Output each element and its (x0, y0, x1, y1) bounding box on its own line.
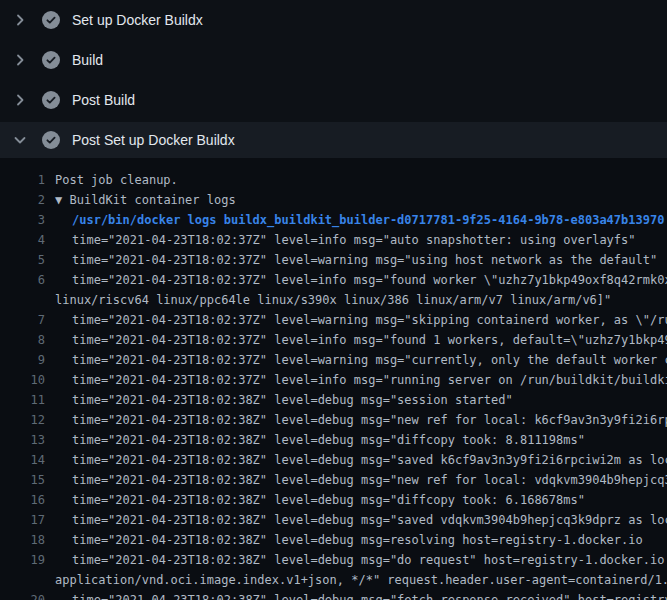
log-row: 1Post job cleanup. (0, 170, 667, 190)
log-row: 9time="2021-04-23T18:02:37Z" level=warni… (0, 350, 667, 370)
log-row-continuation: linux/riscv64 linux/ppc64le linux/s390x … (0, 290, 667, 310)
log-line-number[interactable]: 2 (0, 190, 45, 210)
log-line-number[interactable]: 11 (0, 390, 45, 410)
log-row: 6time="2021-04-23T18:02:37Z" level=info … (0, 270, 667, 290)
log-line-number[interactable]: 5 (0, 250, 45, 270)
check-circle-icon (42, 91, 60, 109)
step-row-post-build[interactable]: Post Build (0, 80, 667, 120)
log-line-text: BuildKit container logs (69, 193, 235, 207)
step-row-build[interactable]: Build (0, 40, 667, 80)
log-row: 19time="2021-04-23T18:02:38Z" level=debu… (0, 550, 667, 570)
log-view: 1Post job cleanup.2▼ BuildKit container … (0, 158, 667, 600)
log-row: 2▼ BuildKit container logs (0, 190, 667, 210)
log-line-text: time="2021-04-23T18:02:38Z" level=debug … (72, 590, 667, 600)
chevron-down-icon (12, 132, 28, 148)
log-row: 18time="2021-04-23T18:02:38Z" level=debu… (0, 530, 667, 550)
log-row: 5time="2021-04-23T18:02:37Z" level=warni… (0, 250, 667, 270)
log-line-number[interactable]: 8 (0, 330, 45, 350)
log-row: 8time="2021-04-23T18:02:37Z" level=info … (0, 330, 667, 350)
log-line-text: time="2021-04-23T18:02:38Z" level=debug … (72, 430, 585, 450)
log-row: 12time="2021-04-23T18:02:38Z" level=debu… (0, 410, 667, 430)
log-row: 13time="2021-04-23T18:02:38Z" level=debu… (0, 430, 667, 450)
steps-list: Set up Docker BuildxBuildPost BuildPost … (0, 0, 667, 158)
log-line-number[interactable]: 1 (0, 170, 45, 190)
chevron-right-icon (12, 12, 28, 28)
check-circle-icon (42, 51, 60, 69)
log-line-number[interactable]: 13 (0, 430, 45, 450)
log-line-number[interactable]: 14 (0, 450, 45, 470)
log-line-number[interactable]: 9 (0, 350, 45, 370)
log-line-text: time="2021-04-23T18:02:38Z" level=debug … (72, 490, 585, 510)
log-line-text: time="2021-04-23T18:02:37Z" level=warnin… (72, 350, 667, 370)
step-label: Post Build (72, 92, 135, 108)
chevron-right-icon (12, 52, 28, 68)
step-row-post-set-up-docker-buildx[interactable]: Post Set up Docker Buildx (0, 122, 667, 158)
log-line-text: application/vnd.oci.image.index.v1+json,… (55, 570, 667, 590)
log-line-number[interactable]: 18 (0, 530, 45, 550)
log-line-number[interactable]: 12 (0, 410, 45, 430)
log-line-text: time="2021-04-23T18:02:38Z" level=debug … (72, 470, 667, 490)
log-line-text: time="2021-04-23T18:02:37Z" level=warnin… (72, 310, 667, 330)
log-line-text: time="2021-04-23T18:02:38Z" level=debug … (72, 450, 667, 470)
log-row: 17time="2021-04-23T18:02:38Z" level=debu… (0, 510, 667, 530)
log-line-text: time="2021-04-23T18:02:38Z" level=debug … (72, 410, 667, 430)
log-line-number[interactable]: 15 (0, 470, 45, 490)
log-line-number[interactable]: 17 (0, 510, 45, 530)
log-line-text: time="2021-04-23T18:02:38Z" level=debug … (72, 510, 667, 530)
log-line-text: time="2021-04-23T18:02:37Z" level=info m… (72, 270, 667, 290)
log-row: 11time="2021-04-23T18:02:38Z" level=debu… (0, 390, 667, 410)
check-circle-icon (42, 131, 60, 149)
step-label: Set up Docker Buildx (72, 12, 203, 28)
log-row: 14time="2021-04-23T18:02:38Z" level=debu… (0, 450, 667, 470)
log-row: 16time="2021-04-23T18:02:38Z" level=debu… (0, 490, 667, 510)
log-line-text: time="2021-04-23T18:02:37Z" level=info m… (72, 330, 667, 350)
log-command-text: /usr/bin/docker logs buildx_buildkit_bui… (72, 210, 664, 230)
log-line-number[interactable]: 19 (0, 550, 45, 570)
log-row: 20time="2021-04-23T18:02:38Z" level=debu… (0, 590, 667, 600)
step-row-set-up-docker-buildx[interactable]: Set up Docker Buildx (0, 0, 667, 40)
log-line-number[interactable]: 16 (0, 490, 45, 510)
log-row-continuation: application/vnd.oci.image.index.v1+json,… (0, 570, 667, 590)
check-circle-icon (42, 11, 60, 29)
log-line-text: Post job cleanup. (55, 170, 178, 190)
log-line-number (0, 290, 45, 310)
log-line-text: time="2021-04-23T18:02:38Z" level=debug … (72, 530, 643, 550)
log-line-number[interactable]: 4 (0, 230, 45, 250)
chevron-right-icon (12, 92, 28, 108)
log-row: 4time="2021-04-23T18:02:37Z" level=info … (0, 230, 667, 250)
log-line-number[interactable]: 10 (0, 370, 45, 390)
log-group-toggle[interactable]: ▼ BuildKit container logs (55, 190, 236, 210)
log-row: 10time="2021-04-23T18:02:37Z" level=info… (0, 370, 667, 390)
log-line-text: time="2021-04-23T18:02:38Z" level=debug … (72, 550, 667, 570)
log-line-number[interactable]: 20 (0, 590, 45, 600)
group-expanded-triangle-icon: ▼ (55, 193, 62, 207)
log-line-text: time="2021-04-23T18:02:37Z" level=info m… (72, 230, 636, 250)
log-line-text: time="2021-04-23T18:02:37Z" level=warnin… (72, 250, 657, 270)
log-row: 7time="2021-04-23T18:02:37Z" level=warni… (0, 310, 667, 330)
log-row: 15time="2021-04-23T18:02:38Z" level=debu… (0, 470, 667, 490)
step-label: Post Set up Docker Buildx (72, 132, 235, 148)
step-label: Build (72, 52, 103, 68)
log-line-text: linux/riscv64 linux/ppc64le linux/s390x … (55, 290, 611, 310)
log-line-text: time="2021-04-23T18:02:38Z" level=debug … (72, 390, 513, 410)
log-line-number (0, 570, 45, 590)
log-line-text: time="2021-04-23T18:02:37Z" level=info m… (72, 370, 667, 390)
log-line-number[interactable]: 3 (0, 210, 45, 230)
log-line-number[interactable]: 7 (0, 310, 45, 330)
log-line-number[interactable]: 6 (0, 270, 45, 290)
log-row: 3/usr/bin/docker logs buildx_buildkit_bu… (0, 210, 667, 230)
